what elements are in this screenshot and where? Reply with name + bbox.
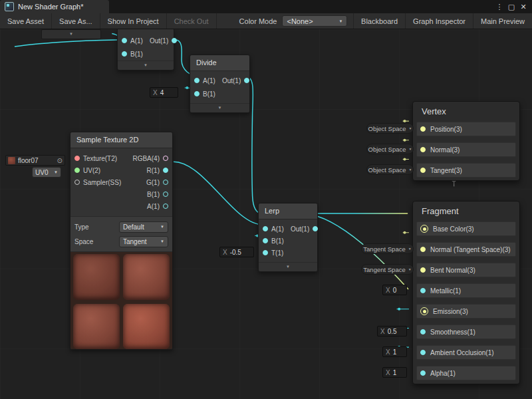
texture-object-field[interactable]: floor07 ⊙ (5, 155, 65, 166)
ambient-occlusion-field[interactable]: X 1 (382, 346, 407, 357)
space-dropdown[interactable]: Tangent ▼ (119, 236, 168, 247)
hidden-op-node[interactable]: A(1) Out(1) B(1) ▼ (117, 29, 174, 70)
port-rgba[interactable] (163, 156, 168, 161)
port-uv[interactable] (74, 168, 80, 173)
wire-sample-r-to-lerp-b[interactable] (174, 162, 262, 225)
lerp-t-field[interactable]: X -0.5 (219, 247, 254, 257)
port-position[interactable] (420, 126, 426, 132)
port-label: RGBA(4) (132, 155, 160, 162)
port-bent-normal[interactable] (420, 267, 426, 273)
port-normal[interactable] (420, 147, 426, 152)
blackboard-button[interactable]: Blackboard (353, 13, 405, 29)
port-b[interactable] (194, 91, 200, 96)
fragment-row-emission: Emission(3) (416, 304, 516, 319)
maximize-icon[interactable]: ▢ (507, 3, 516, 11)
object-picker-icon[interactable]: ⊙ (57, 157, 63, 164)
port-metallic[interactable] (420, 288, 426, 293)
port-label: A(1) (271, 225, 284, 233)
wire-offscreen-to-hidden-a[interactable] (15, 40, 132, 47)
divide-node[interactable]: Divide A(1) Out(1) B(1) ▼ (190, 55, 250, 113)
close-icon[interactable]: ✕ (519, 3, 528, 11)
collapsed-node[interactable]: ▼ (41, 29, 101, 39)
port-row: A(1) Out(1) (118, 34, 174, 47)
chevron-down-icon[interactable]: ▼ (69, 32, 73, 36)
metallic-field[interactable]: X 0 (382, 285, 407, 295)
port-label: Metallic(1) (430, 287, 461, 295)
field-value[interactable]: 4 (160, 89, 164, 96)
title-bar: New Shader Graph* ⋮ ▢ ✕ (0, 0, 532, 13)
port-ambient-occlusion[interactable] (420, 350, 426, 355)
port-row: B(1) (118, 47, 174, 61)
normal-ts-space-dropdown[interactable]: Tangent Space ▼ (361, 243, 414, 254)
port-out[interactable] (313, 226, 318, 231)
divide-b-field[interactable]: X 4 (150, 87, 178, 98)
chevron-down-icon: ▼ (160, 225, 164, 229)
collapse-chevron[interactable]: ▼ (190, 103, 249, 112)
graph-canvas[interactable]: ▼ A(1) Out(1) B(1) ▼ Divide (0, 29, 532, 399)
field-value[interactable]: 0 (393, 287, 397, 294)
port-sampler[interactable] (74, 180, 80, 185)
graph-inspector-button[interactable]: Graph Inspector (405, 13, 473, 29)
port-a[interactable] (122, 38, 127, 43)
port-out[interactable] (172, 38, 177, 43)
port-alpha[interactable] (420, 370, 426, 376)
type-dropdown[interactable]: Default ▼ (119, 221, 168, 233)
lerp-node[interactable]: Lerp A(1) Out(1) B(1) T(1) ▼ (258, 203, 318, 272)
port-g[interactable] (163, 180, 168, 185)
uv-channel-dropdown[interactable]: UV0 ▼ (32, 167, 61, 178)
port-b[interactable] (263, 238, 268, 243)
window-controls: ⋮ ▢ ✕ (495, 0, 532, 13)
type-label: Type (74, 223, 119, 231)
save-as-button[interactable]: Save As... (52, 13, 100, 29)
binding-label: Tangent Space (363, 245, 405, 253)
port-label: A(1) (203, 77, 215, 84)
position-space-dropdown[interactable]: Object Space ▼ (366, 123, 414, 134)
toolbar-right-group: Blackboard Graph Inspector Main Preview (353, 13, 532, 29)
fragment-row-metallic: Metallic(1) (416, 283, 516, 298)
port-emission[interactable] (420, 307, 428, 315)
field-value[interactable]: 0.5 (388, 328, 397, 335)
field-value[interactable]: -0.5 (230, 249, 241, 256)
port-tangent[interactable] (420, 168, 426, 173)
port-label: Out(1) (222, 77, 241, 84)
port-base-color[interactable] (420, 225, 428, 233)
show-in-project-button[interactable]: Show In Project (100, 13, 167, 29)
more-options-icon[interactable]: ⋮ (495, 3, 504, 11)
port-b[interactable] (163, 192, 168, 197)
shader-graph-icon (5, 2, 14, 11)
port-t[interactable] (263, 250, 268, 255)
tangent-space-dropdown[interactable]: Object Space ▼ (366, 164, 414, 175)
collapse-chevron[interactable]: ▼ (118, 61, 174, 70)
vertex-block[interactable]: Vertex Position(3) Normal(3) Tangent(3) (412, 101, 520, 181)
normal-space-dropdown[interactable]: Object Space ▼ (366, 144, 414, 154)
fragment-block[interactable]: Fragment Base Color(3) Normal (Tangent S… (412, 201, 520, 384)
alpha-field[interactable]: X 1 (382, 367, 407, 378)
document-tab[interactable]: New Shader Graph* (0, 0, 109, 13)
port-smoothness[interactable] (420, 329, 426, 334)
field-value[interactable]: 1 (393, 348, 397, 356)
color-mode-dropdown[interactable]: <None> ▼ (282, 15, 347, 27)
field-value[interactable]: 1 (393, 369, 397, 376)
field-axis-label: X (386, 369, 390, 376)
field-axis-label: X (223, 249, 227, 256)
port-label: Smoothness(1) (430, 329, 475, 336)
save-asset-button[interactable]: Save Asset (0, 13, 52, 29)
collapse-chevron[interactable]: ▼ (259, 262, 317, 271)
port-a[interactable] (163, 203, 168, 209)
block-title: Vertex (416, 102, 516, 122)
bent-normal-space-dropdown[interactable]: Tangent Space ▼ (361, 264, 414, 275)
main-preview-button[interactable]: Main Preview (473, 13, 532, 29)
port-a[interactable] (263, 226, 268, 231)
pill-dot (403, 231, 406, 234)
port-normal-ts[interactable] (420, 247, 426, 252)
port-texture[interactable] (74, 156, 80, 161)
smoothness-field[interactable]: X 0.5 (377, 326, 407, 336)
vertex-row-tangent: Tangent(3) (416, 163, 516, 178)
sample-texture-2d-node[interactable]: Sample Texture 2D Texture(T2) UV(2) Samp… (70, 132, 173, 350)
port-label: Base Color(3) (433, 225, 474, 233)
port-a[interactable] (194, 78, 200, 83)
port-r[interactable] (163, 168, 168, 173)
port-label: Normal (Tangent Space)(3) (430, 246, 511, 253)
port-b[interactable] (122, 51, 127, 57)
port-out[interactable] (244, 78, 249, 83)
